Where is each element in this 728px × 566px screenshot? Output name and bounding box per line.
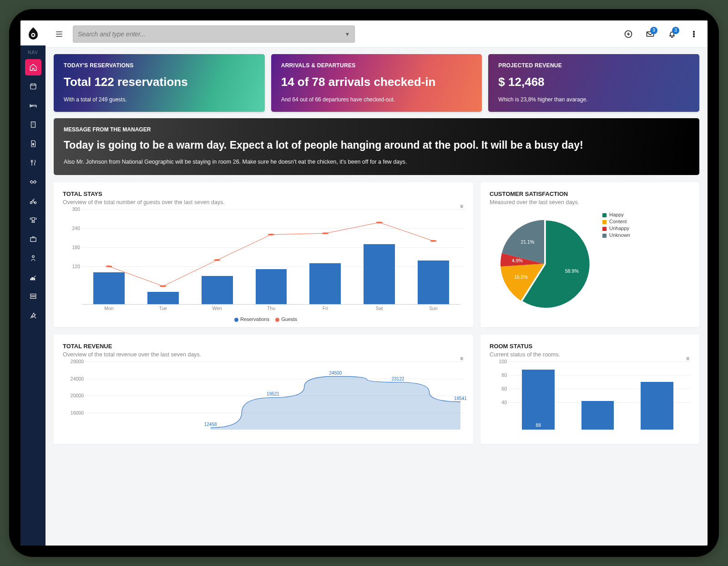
nav-partners[interactable] [25,174,41,190]
messages-button[interactable]: 9 [642,26,658,42]
invoice-icon: $ [29,140,37,148]
hamburger-icon [55,30,64,39]
card-sub: With a total of 249 guests. [64,96,255,103]
svg-point-32 [430,240,437,242]
card-sub: Which is 23,8% higher than avarage. [498,96,689,103]
svg-rect-16 [30,279,31,280]
nav-trophy[interactable] [25,212,41,228]
svg-point-23 [693,31,695,32]
panel-sub: Measured over the last seven days. [490,199,690,205]
hourglass-person-icon [29,254,37,262]
chevron-down-icon[interactable]: ▼ [345,31,350,37]
svg-point-31 [376,222,383,224]
card-reservations[interactable]: TODAY'S RESERVATIONS Total 122 reservati… [54,54,265,112]
nav-tools[interactable] [25,307,41,324]
svg-point-29 [268,234,275,235]
panel-menu-icon[interactable]: ≡ [686,356,690,362]
revenue-chart: 16000200002400028000 1245819521245002312… [63,361,464,439]
tools-icon [29,311,37,320]
svg-text:58.9%: 58.9% [565,268,579,274]
panel-menu-icon[interactable]: ≡ [460,203,464,210]
search-box[interactable]: ▼ [73,25,355,43]
svg-rect-20 [30,297,36,299]
handshake-icon [29,178,37,186]
svg-point-28 [214,259,221,261]
card-label: TODAY'S RESERVATIONS [64,62,255,69]
svg-point-26 [106,265,112,267]
nav-calendar[interactable] [25,78,41,95]
svg-rect-2 [30,84,36,89]
plus-circle-icon [624,30,633,39]
svg-rect-19 [30,294,36,296]
pie-legend: HappyContentUnhappyUnknown [599,209,630,318]
svg-point-24 [693,33,695,35]
panel-sub: Overview of the total revenue over the l… [63,351,464,358]
mail-badge: 9 [650,27,657,34]
nav-servers[interactable] [25,288,41,305]
svg-point-15 [32,255,34,258]
svg-rect-17 [32,278,33,280]
panel-title: TOTAL REVENUE [63,343,464,350]
svg-point-30 [322,232,329,234]
nav-waitlist[interactable] [25,250,41,266]
svg-text:21.1%: 21.1% [521,239,534,245]
nav-analytics[interactable] [25,269,41,286]
more-button[interactable] [686,26,702,42]
svg-text:4.9%: 4.9% [512,258,523,263]
msg-body: Today is going to be a warm day. Expect … [64,139,689,151]
server-icon [29,292,37,301]
room-chart: 406080100 88 [490,361,690,439]
app-logo[interactable] [20,20,46,45]
nav-bike[interactable] [25,193,41,209]
analytics-icon [29,273,37,281]
panel-sub: Current status of the rooms. [490,351,690,358]
home-icon [29,63,37,71]
panel-title: TOTAL STAYS [63,190,464,197]
panel-title: CUSTOMER SATISFACTION [490,190,690,197]
svg-rect-14 [30,238,36,241]
sidebar: NAV $ [20,20,46,546]
svg-point-25 [693,35,695,37]
panel-satisfaction: CUSTOMER SATISFACTION Measured over the … [480,182,699,327]
panel-revenue: TOTAL REVENUE Overview of the total reve… [54,335,473,444]
card-label: ARRIVALS & DEPARTURES [281,62,472,69]
svg-text:15.0%: 15.0% [514,274,528,280]
stays-legend: Reservations Guests [63,314,464,322]
satisfaction-pie: 58.9%15.0%4.9%21.1% [490,209,599,318]
trophy-icon [29,216,37,224]
bed-icon [29,101,37,110]
nav-invoice[interactable]: $ [25,135,41,152]
card-revenue[interactable]: PROJECTED REVENUE $ 12,468 Which is 23,8… [488,54,699,112]
calendar-icon [29,82,37,90]
notifications-button[interactable]: 3 [664,26,680,42]
card-value: $ 12,468 [498,75,689,89]
manager-message: MESSAGE FROM THE MANAGER Today is going … [54,118,699,175]
card-sub: And 64 out of 66 departures have checked… [281,96,472,103]
panel-total-stays: TOTAL STAYS Overview of the total number… [54,182,473,327]
svg-rect-6 [31,122,35,127]
svg-rect-18 [34,278,35,280]
card-arrivals[interactable]: ARRIVALS & DEPARTURES 14 of 78 arrivals … [271,54,482,112]
more-vert-icon [689,30,698,39]
nav-briefcase[interactable] [25,231,41,247]
card-label: PROJECTED REVENUE [498,62,689,69]
bike-icon [29,197,37,205]
svg-text:$: $ [32,143,34,145]
panel-menu-icon[interactable]: ≡ [460,356,464,362]
nav-section-label: NAV [28,45,38,58]
briefcase-icon [29,235,37,243]
panel-sub: Overview of the total number of guests o… [63,199,464,205]
msg-sub: Also Mr. Johnson from National Geographi… [64,159,689,165]
card-value: 14 of 78 arrivals checked-in [281,75,472,89]
nav-bed[interactable] [25,97,41,114]
hamburger-button[interactable] [51,26,67,42]
card-value: Total 122 reservations [64,75,255,89]
topbar: ▼ 9 3 [46,20,708,48]
nav-building[interactable] [25,116,41,133]
search-input[interactable] [78,30,345,38]
msg-label: MESSAGE FROM THE MANAGER [64,126,689,133]
panel-title: ROOM STATUS [490,343,690,350]
add-button[interactable] [620,26,637,42]
nav-home[interactable] [25,59,41,75]
nav-restaurant[interactable] [25,155,41,171]
